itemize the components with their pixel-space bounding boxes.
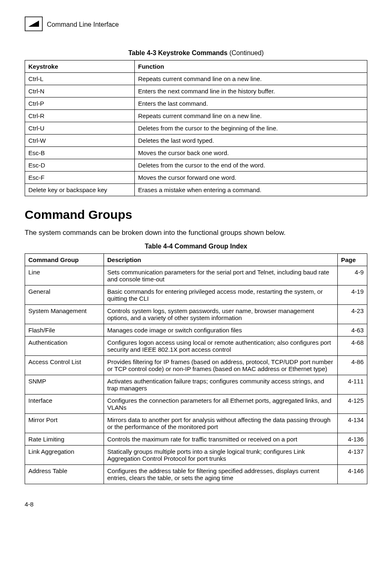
- function-cell: Repeats current command line on a new li…: [135, 110, 367, 122]
- description-cell: Configures the connection parameters for…: [104, 395, 338, 414]
- keystroke-cell: Ctrl-R: [25, 110, 135, 122]
- table-header-row: Command Group Description Page: [25, 254, 367, 266]
- page-cell: 4-86: [338, 356, 367, 375]
- function-cell: Erases a mistake when entering a command…: [135, 184, 367, 196]
- description-cell: Statically groups multiple ports into a …: [104, 446, 338, 465]
- page-cell: 4-137: [338, 446, 367, 465]
- page-cell: 4-136: [338, 433, 367, 446]
- group-cell: Link Aggregation: [25, 446, 104, 465]
- svg-marker-1: [28, 21, 39, 27]
- col-page: Page: [338, 254, 367, 266]
- table-row: GeneralBasic commands for entering privi…: [25, 286, 367, 305]
- keystroke-cell: Ctrl-W: [25, 135, 135, 147]
- page-cell: 4-146: [338, 465, 367, 484]
- group-cell: General: [25, 286, 104, 305]
- table-row: Ctrl-RRepeats current command line on a …: [25, 110, 367, 122]
- table-row: Ctrl-PEnters the last command.: [25, 97, 367, 110]
- function-cell: Enters the next command line in the hist…: [135, 85, 367, 97]
- table-row: Rate LimitingControls the maximum rate f…: [25, 433, 367, 446]
- function-cell: Moves the cursor forward one word.: [135, 172, 367, 184]
- description-cell: Controls the maximum rate for traffic tr…: [104, 433, 338, 446]
- page-cell: 4-9: [338, 266, 367, 286]
- page-cell: 4-19: [338, 286, 367, 305]
- group-cell: Access Control List: [25, 356, 104, 375]
- table1-caption: Table 4-3 Keystroke Commands (Continued): [25, 49, 367, 57]
- table-row: Ctrl-LRepeats current command line on a …: [25, 73, 367, 85]
- description-cell: Controls system logs, system passwords, …: [104, 305, 338, 324]
- table-row: AuthenticationConfigures logon access us…: [25, 337, 367, 356]
- page-cell: 4-23: [338, 305, 367, 324]
- function-cell: Deletes from the cursor to the beginning…: [135, 122, 367, 135]
- keystroke-cell: Ctrl-N: [25, 85, 135, 97]
- page-cell: 4-63: [338, 324, 367, 337]
- description-cell: Mirrors data to another port for analysi…: [104, 414, 338, 433]
- group-cell: Authentication: [25, 337, 104, 356]
- keystroke-cell: Ctrl-L: [25, 73, 135, 85]
- page-cell: 4-68: [338, 337, 367, 356]
- function-cell: Enters the last command.: [135, 97, 367, 110]
- group-cell: Address Table: [25, 465, 104, 484]
- description-cell: Configures logon access using local or r…: [104, 337, 338, 356]
- page-number: 4-8: [25, 501, 367, 508]
- keystroke-cell: Esc-D: [25, 159, 135, 172]
- table-row: Esc-FMoves the cursor forward one word.: [25, 172, 367, 184]
- table-row: Ctrl-WDeletes the last word typed.: [25, 135, 367, 147]
- function-cell: Deletes the last word typed.: [135, 135, 367, 147]
- table-row: Mirror PortMirrors data to another port …: [25, 414, 367, 433]
- table-row: LineSets communication parameters for th…: [25, 266, 367, 286]
- table-row: SNMPActivates authentication failure tra…: [25, 375, 367, 395]
- tab-icon: [25, 16, 43, 33]
- description-cell: Sets communication parameters for the se…: [104, 266, 338, 286]
- page-cell: 4-125: [338, 395, 367, 414]
- table-row: Address TableConfigures the address tabl…: [25, 465, 367, 484]
- col-keystroke: Keystroke: [25, 60, 135, 73]
- table-row: Delete key or backspace keyErases a mist…: [25, 184, 367, 196]
- keystroke-cell: Esc-F: [25, 172, 135, 184]
- function-cell: Moves the cursor back one word.: [135, 147, 367, 159]
- group-cell: System Management: [25, 305, 104, 324]
- function-cell: Deletes from the cursor to the end of th…: [135, 159, 367, 172]
- page-cell: 4-111: [338, 375, 367, 395]
- function-cell: Repeats current command line on a new li…: [135, 73, 367, 85]
- keystroke-cell: Esc-B: [25, 147, 135, 159]
- table-row: Esc-BMoves the cursor back one word.: [25, 147, 367, 159]
- group-cell: SNMP: [25, 375, 104, 395]
- table-header-row: Keystroke Function: [25, 60, 367, 73]
- section-heading: Command Groups: [25, 208, 367, 222]
- group-cell: Interface: [25, 395, 104, 414]
- table2-caption: Table 4-4 Command Group Index: [25, 243, 367, 250]
- section-intro: The system commands can be broken down i…: [25, 229, 367, 237]
- group-cell: Line: [25, 266, 104, 286]
- description-cell: Basic commands for entering privileged a…: [104, 286, 338, 305]
- table-row: System ManagementControls system logs, s…: [25, 305, 367, 324]
- page-header: Command Line Interface: [25, 16, 367, 33]
- col-function: Function: [135, 60, 367, 73]
- caption-bold: Table 4-3 Keystroke Commands: [128, 49, 228, 56]
- group-cell: Rate Limiting: [25, 433, 104, 446]
- table-row: Access Control ListProvides filtering fo…: [25, 356, 367, 375]
- group-cell: Flash/File: [25, 324, 104, 337]
- table-row: Esc-DDeletes from the cursor to the end …: [25, 159, 367, 172]
- caption-suffix: (Continued): [228, 49, 264, 56]
- keystroke-cell: Ctrl-U: [25, 122, 135, 135]
- col-description: Description: [104, 254, 338, 266]
- table-row: InterfaceConfigures the connection param…: [25, 395, 367, 414]
- description-cell: Configures the address table for filteri…: [104, 465, 338, 484]
- table-row: Flash/FileManages code image or switch c…: [25, 324, 367, 337]
- keystroke-cell: Delete key or backspace key: [25, 184, 135, 196]
- description-cell: Activates authentication failure traps; …: [104, 375, 338, 395]
- description-cell: Provides filtering for IP frames (based …: [104, 356, 338, 375]
- description-cell: Manages code image or switch configurati…: [104, 324, 338, 337]
- keystroke-table: Keystroke Function Ctrl-LRepeats current…: [25, 60, 367, 196]
- keystroke-cell: Ctrl-P: [25, 97, 135, 110]
- table-row: Link AggregationStatically groups multip…: [25, 446, 367, 465]
- page-cell: 4-134: [338, 414, 367, 433]
- table-row: Ctrl-NEnters the next command line in th…: [25, 85, 367, 97]
- header-label: Command Line Interface: [47, 21, 119, 28]
- table-row: Ctrl-UDeletes from the cursor to the beg…: [25, 122, 367, 135]
- col-command-group: Command Group: [25, 254, 104, 266]
- command-group-table: Command Group Description Page LineSets …: [25, 253, 367, 484]
- group-cell: Mirror Port: [25, 414, 104, 433]
